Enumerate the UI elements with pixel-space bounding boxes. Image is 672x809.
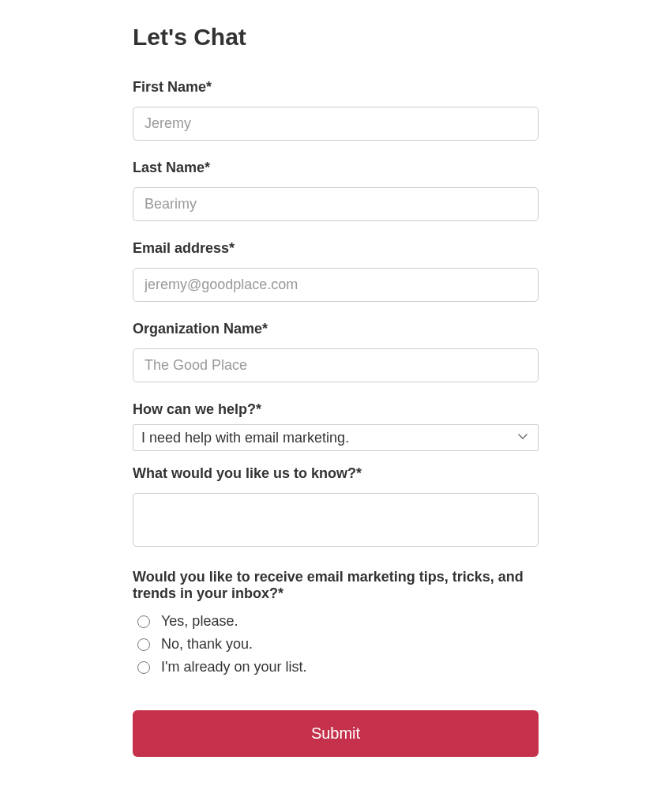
subscribe-label: Would you like to receive email marketin…: [133, 569, 539, 602]
help-label: How can we help?*: [133, 401, 539, 418]
form-title: Let's Chat: [133, 24, 539, 51]
first-name-group: First Name*: [133, 79, 539, 141]
submit-button[interactable]: Submit: [133, 710, 539, 757]
last-name-label: Last Name*: [133, 160, 539, 176]
subscribe-group: Would you like to receive email marketin…: [133, 569, 539, 675]
message-label: What would you like us to know?*: [133, 465, 539, 482]
subscribe-no-label: No, thank you.: [161, 636, 253, 653]
contact-form: Let's Chat First Name* Last Name* Email …: [133, 24, 539, 757]
email-label: Email address*: [133, 240, 539, 257]
help-select[interactable]: I need help with email marketing.: [133, 424, 539, 451]
subscribe-radio-group: Yes, please. No, thank you. I'm already …: [133, 613, 539, 675]
subscribe-already-label: I'm already on your list.: [161, 659, 307, 675]
last-name-group: Last Name*: [133, 160, 539, 221]
message-textarea[interactable]: [133, 493, 539, 547]
email-input[interactable]: [133, 268, 539, 302]
message-group: What would you like us to know?*: [133, 465, 539, 550]
subscribe-radio-yes[interactable]: [137, 615, 150, 628]
subscribe-option-already[interactable]: I'm already on your list.: [137, 659, 539, 675]
first-name-input[interactable]: [133, 107, 539, 141]
last-name-input[interactable]: [133, 187, 539, 221]
subscribe-yes-label: Yes, please.: [161, 613, 238, 630]
organization-input[interactable]: [133, 348, 539, 382]
subscribe-option-no[interactable]: No, thank you.: [137, 636, 539, 653]
first-name-label: First Name*: [133, 79, 539, 96]
organization-group: Organization Name*: [133, 321, 539, 382]
help-group: How can we help?* I need help with email…: [133, 401, 539, 451]
subscribe-radio-already[interactable]: [137, 661, 150, 674]
help-select-wrapper: I need help with email marketing.: [133, 424, 539, 451]
organization-label: Organization Name*: [133, 321, 539, 337]
subscribe-option-yes[interactable]: Yes, please.: [137, 613, 539, 630]
email-group: Email address*: [133, 240, 539, 302]
subscribe-radio-no[interactable]: [137, 638, 150, 651]
